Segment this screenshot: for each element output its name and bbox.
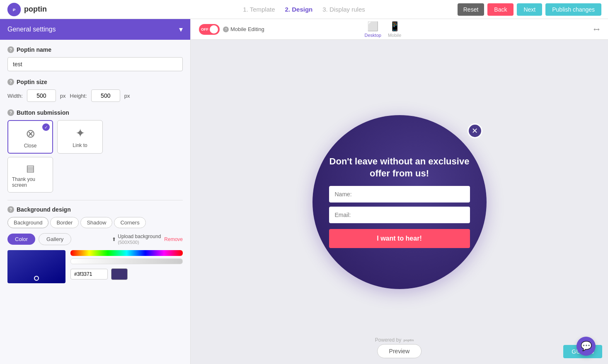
close-button-option[interactable]: ✓ ⊗ Close (7, 120, 53, 154)
svg-text:P: P (13, 7, 16, 12)
back-button[interactable]: Back (487, 3, 514, 16)
poptin-size-section: ? Poptin size (7, 79, 183, 85)
poptin-name-input[interactable] (7, 57, 183, 71)
next-button[interactable]: Next (517, 3, 542, 16)
toggle-wrap: OFF ? Mobile Editing (199, 24, 264, 35)
hue-slider[interactable] (70, 250, 183, 256)
gallery-tab-button[interactable]: Gallery (39, 233, 71, 245)
top-nav: P poptin 1. Template 2. Design 3. Displa… (0, 0, 608, 19)
thank-you-icon: ▤ (26, 163, 35, 174)
link-icon: ✦ (75, 126, 85, 140)
thank-you-screen-option[interactable]: ▤ Thank you screen (7, 157, 53, 193)
poptin-name-section: ? Poptin name (7, 46, 183, 53)
button-submission-help-icon[interactable]: ? (7, 109, 14, 116)
upload-icon: ⬆ (112, 236, 116, 242)
height-label: Height: (70, 93, 87, 99)
expand-icon[interactable]: ⤢ (591, 24, 602, 34)
color-controls (70, 250, 183, 280)
height-unit: px (124, 93, 130, 99)
step-display[interactable]: 3. Display rules (322, 6, 365, 13)
popup-name-input[interactable] (329, 186, 470, 202)
step-template[interactable]: 1. Template (243, 6, 275, 13)
popup-cta-button[interactable]: I want to hear! (329, 229, 470, 248)
width-input[interactable] (27, 89, 56, 102)
svg-text:poptin: poptin (403, 338, 414, 342)
mobile-editing-toggle[interactable]: OFF (199, 24, 220, 35)
mobile-tab[interactable]: 📱 Mobile (388, 21, 401, 38)
popup-close-button[interactable]: ✕ (468, 123, 482, 138)
bg-tab-background[interactable]: Background (7, 217, 48, 228)
settings-title: General settings (7, 26, 56, 33)
mobile-editing-help-icon: ? (223, 27, 229, 32)
color-gradient-picker[interactable] (7, 250, 65, 283)
right-panel: OFF ? Mobile Editing ⬜ Desktop 📱 Mobile (191, 19, 608, 364)
width-unit: px (60, 93, 66, 99)
desktop-tab[interactable]: ⬜ Desktop (365, 21, 381, 38)
bg-tabs: Background Border Shadow Corners (7, 217, 183, 228)
step-design[interactable]: 2. Design (285, 6, 313, 13)
poptin-name-label: Poptin name (17, 46, 51, 53)
thank-you-label: Thank you screen (12, 176, 48, 188)
hex-input[interactable] (70, 269, 108, 280)
logo: P poptin (7, 2, 47, 17)
remove-label[interactable]: Remove (164, 236, 183, 242)
opacity-slider[interactable] (70, 258, 183, 264)
button-submission-section: ? Button submission (7, 109, 183, 116)
preview-toolbar: OFF ? Mobile Editing ⬜ Desktop 📱 Mobile (191, 19, 608, 40)
popup-email-input[interactable] (329, 207, 470, 223)
height-input[interactable] (91, 89, 120, 102)
popup-preview: ✕ Don't leave without an exclusive offer… (312, 115, 487, 289)
color-swatch[interactable] (111, 268, 128, 280)
device-tabs: ⬜ Desktop 📱 Mobile (365, 21, 402, 38)
toggle-knob (210, 25, 218, 34)
powered-by: Powered by poptin (375, 337, 424, 343)
poptin-size-help-icon[interactable]: ? (7, 79, 14, 85)
settings-header[interactable]: General settings ▾ (0, 19, 190, 40)
main-layout: General settings ▾ ? Poptin name ? Popti… (0, 19, 608, 364)
chat-button[interactable]: 💬 (577, 337, 596, 356)
toggle-off-label: OFF (201, 27, 208, 31)
hex-row (70, 268, 183, 280)
left-panel: General settings ▾ ? Poptin name ? Popti… (0, 19, 191, 364)
button-options: ✓ ⊗ Close ✦ Link to (7, 120, 183, 154)
desktop-label: Desktop (365, 33, 381, 38)
mobile-editing-label: ? Mobile Editing (223, 26, 264, 32)
settings-collapse-icon: ▾ (179, 25, 183, 34)
preview-button[interactable]: Preview (377, 344, 422, 358)
popup-title: Don't leave without an exclusive offer f… (329, 156, 470, 179)
button-submission-label: Button submission (17, 109, 69, 116)
width-label: Width: (7, 93, 23, 99)
poptin-name-help-icon[interactable]: ? (7, 46, 14, 53)
bg-tab-border[interactable]: Border (50, 217, 79, 228)
step-indicator: 1. Template 2. Design 3. Display rules (243, 6, 365, 13)
bg-design-help-icon[interactable]: ? (7, 206, 14, 213)
bg-tab-corners[interactable]: Corners (114, 217, 145, 228)
upload-label: Upload background (500X500) (118, 234, 161, 245)
link-option-label: Link to (73, 142, 87, 148)
preview-area: ✕ Don't leave without an exclusive offer… (191, 40, 608, 364)
link-to-button-option[interactable]: ✦ Link to (57, 120, 103, 154)
mobile-icon: 📱 (389, 21, 400, 32)
logo-text: poptin (24, 5, 47, 14)
close-icon: ⊗ (26, 127, 35, 140)
bg-design-label: Background design (17, 206, 71, 213)
powered-by-logo: poptin (403, 337, 424, 343)
color-picker-area (7, 250, 183, 283)
bg-tab-shadow[interactable]: Shadow (80, 217, 112, 228)
close-option-check: ✓ (42, 123, 50, 131)
color-gallery-row: Color Gallery ⬆ Upload background (500X5… (7, 233, 183, 245)
bg-design-section: ? Background design (7, 206, 183, 213)
close-option-label: Close (24, 143, 37, 149)
left-panel-body: ? Poptin name ? Poptin size Width: px He… (0, 40, 190, 290)
reset-button[interactable]: Reset (458, 3, 484, 16)
upload-bg-button[interactable]: ⬆ Upload background (500X500) (112, 234, 161, 245)
poptin-size-label: Poptin size (17, 79, 47, 85)
desktop-icon: ⬜ (367, 21, 378, 32)
publish-button[interactable]: Publish changes (545, 3, 601, 16)
mobile-label: Mobile (388, 33, 401, 38)
color-tab-button[interactable]: Color (7, 234, 35, 245)
top-nav-actions: Reset Back Next Publish changes (458, 3, 601, 16)
logo-icon: P (7, 2, 22, 17)
size-inputs: Width: px Height: px (7, 89, 183, 102)
